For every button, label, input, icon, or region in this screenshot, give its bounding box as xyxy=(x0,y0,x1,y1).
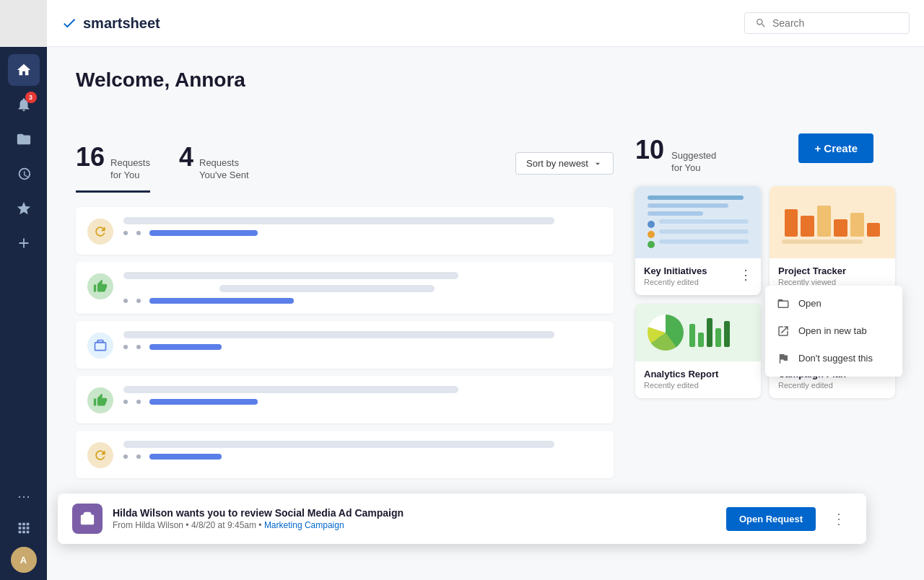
card-subtitle: Recently edited xyxy=(644,381,752,390)
search-box[interactable] xyxy=(744,12,910,34)
folder-icon xyxy=(16,131,32,147)
thumbsup-icon-2 xyxy=(93,393,108,408)
list-item xyxy=(76,376,614,423)
logo-icon xyxy=(61,15,77,31)
tab-requests-sent[interactable]: 4 Requests You've Sent xyxy=(179,135,249,193)
header: smartsheet xyxy=(47,0,924,47)
card-title: Analytics Report xyxy=(644,369,752,379)
context-menu-open-new-tab[interactable]: Open in new tab xyxy=(765,317,902,345)
sidebar-item-home[interactable] xyxy=(8,54,40,86)
notif-title: Hilda Wilson wants you to review Social … xyxy=(113,507,716,519)
request-avatar xyxy=(87,273,113,299)
open-request-button[interactable]: Open Request xyxy=(726,507,816,531)
list-item xyxy=(76,321,614,369)
request-content xyxy=(123,272,602,304)
request-avatar xyxy=(87,442,113,468)
refresh-icon-2 xyxy=(93,448,108,462)
suggested-label: Suggested for You xyxy=(671,150,716,175)
notification-bar: Hilda Wilson wants you to review Social … xyxy=(58,493,866,544)
sidebar-bottom: ⋯ A xyxy=(8,486,40,580)
sidebar-item-browse[interactable] xyxy=(8,123,40,155)
notification-badge: 3 xyxy=(25,92,37,103)
logo: smartsheet xyxy=(61,15,160,32)
logo-text: smartsheet xyxy=(83,15,160,32)
request-content xyxy=(123,217,602,236)
notif-link[interactable]: Marketing Campaign xyxy=(264,520,344,530)
list-item xyxy=(76,431,614,478)
search-icon xyxy=(755,17,767,29)
card-subtitle: Recently edited xyxy=(778,381,886,390)
card-title: Project Tracker xyxy=(778,265,886,276)
search-input[interactable] xyxy=(772,17,899,29)
card-thumbnail xyxy=(770,186,895,258)
sent-count: 4 xyxy=(179,142,193,172)
requests-count: 16 xyxy=(76,142,105,172)
sort-button[interactable]: Sort by newest xyxy=(515,152,614,175)
card-thumbnail xyxy=(635,304,761,361)
card-key-initiatives[interactable]: Key Initiatives Recently edited ⋮ xyxy=(635,186,761,295)
briefcase-icon xyxy=(93,338,108,353)
suggested-count: 10 xyxy=(635,135,664,165)
left-panel: 16 Requests for You 4 Requests You've Se… xyxy=(76,135,614,485)
home-icon xyxy=(16,62,32,78)
list-item xyxy=(76,207,614,255)
list-item xyxy=(76,262,614,314)
refresh-icon xyxy=(93,224,108,239)
notif-avatar xyxy=(72,504,103,534)
sidebar-item-add[interactable] xyxy=(8,227,40,259)
request-avatar xyxy=(87,387,113,413)
card-menu-button[interactable]: ⋮ xyxy=(736,264,755,286)
card-thumbnail xyxy=(635,186,761,258)
avatar[interactable]: A xyxy=(11,547,37,573)
create-button[interactable]: + Create xyxy=(798,133,873,163)
sent-label: Requests You've Sent xyxy=(199,157,249,182)
content-area: 16 Requests for You 4 Requests You've Se… xyxy=(76,135,895,485)
notification-text: Hilda Wilson wants you to review Social … xyxy=(113,507,716,530)
context-menu-open[interactable]: Open xyxy=(765,290,902,317)
clock-icon xyxy=(16,166,32,182)
grid-icon xyxy=(16,520,32,536)
notification-more-button[interactable]: ⋮ xyxy=(826,507,852,530)
request-avatar xyxy=(87,333,113,359)
sidebar-item-recents[interactable] xyxy=(8,158,40,190)
card-analytics[interactable]: Analytics Report Recently edited xyxy=(635,304,761,398)
page-title: Welcome, Annora xyxy=(76,69,245,92)
request-content xyxy=(123,331,602,350)
context-menu: Open Open in new tab Don't suggest this xyxy=(765,286,902,377)
card-subtitle: Recently viewed xyxy=(778,278,886,286)
context-menu-dont-suggest[interactable]: Don't suggest this xyxy=(765,345,902,372)
requests-label: Requests for You xyxy=(110,157,150,182)
right-panel: 10 Suggested for You xyxy=(635,135,895,485)
tab-requests-for-you[interactable]: 16 Requests for You xyxy=(76,135,150,193)
sidebar-item-favorites[interactable] xyxy=(8,193,40,224)
stats-row: 16 Requests for You 4 Requests You've Se… xyxy=(76,135,614,193)
request-avatar xyxy=(87,219,113,245)
add-icon xyxy=(16,235,32,251)
chevron-down-icon xyxy=(593,159,603,169)
sidebar: 3 ⋯ A xyxy=(0,47,47,580)
notif-subtitle: From Hilda Wilson • 4/8/20 at 9:45am • M… xyxy=(113,520,716,530)
star-icon xyxy=(16,201,32,216)
card-info: Analytics Report Recently edited xyxy=(635,361,761,398)
request-content xyxy=(123,441,602,460)
sidebar-dots[interactable]: ⋯ xyxy=(8,486,40,506)
thumbsup-icon xyxy=(93,279,108,294)
folder-open-icon xyxy=(777,297,790,310)
sidebar-item-notifications[interactable]: 3 xyxy=(8,89,40,120)
flag-icon xyxy=(777,352,790,365)
request-content xyxy=(123,386,602,405)
external-link-icon xyxy=(777,325,790,338)
sidebar-item-apps[interactable] xyxy=(8,512,40,544)
request-list xyxy=(76,207,614,478)
card-project-tracker[interactable]: Project Tracker Recently viewed xyxy=(770,186,895,295)
notif-icon xyxy=(79,511,95,527)
